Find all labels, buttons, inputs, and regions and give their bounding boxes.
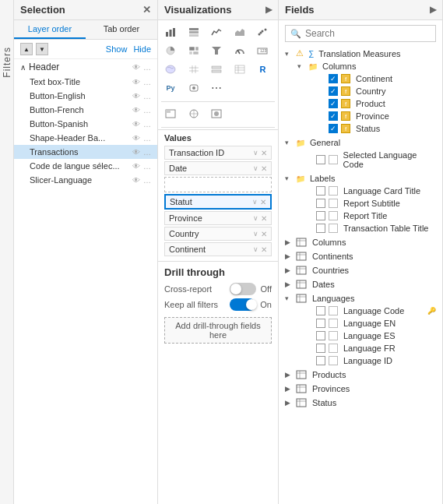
- group-header-continents[interactable]: ▶ Continents: [282, 250, 439, 263]
- field-continent[interactable]: ✓ f Continent: [310, 72, 439, 85]
- group-header-provinces[interactable]: ▶ Provinces: [282, 382, 439, 395]
- field-checkbox[interactable]: [316, 344, 325, 353]
- viz-format-icon-2[interactable]: [185, 105, 203, 122]
- viz-python-icon[interactable]: Py: [161, 79, 180, 97]
- viz-expand-icon[interactable]: ▶: [265, 5, 272, 15]
- sigma-icon: ∑: [308, 49, 314, 58]
- fields-expand-icon[interactable]: ▶: [430, 5, 436, 15]
- field-country[interactable]: ✓ f Country: [310, 85, 439, 97]
- field-checkbox[interactable]: [316, 356, 325, 365]
- field-province[interactable]: ✓ f Province: [310, 110, 439, 122]
- field-report-subtitle[interactable]: Report Subtitle: [297, 197, 439, 210]
- chip-x-icon[interactable]: ✕: [261, 245, 267, 254]
- layer-item-button-english[interactable]: Button-English 👁 …: [14, 89, 157, 103]
- viz-format-icon-1[interactable]: [161, 105, 180, 122]
- layer-item-button-french[interactable]: Button-French 👁 …: [14, 103, 157, 117]
- field-language-fr[interactable]: Language FR: [297, 342, 439, 354]
- group-header-columns-table[interactable]: ▶ Columns: [282, 236, 439, 248]
- field-language-id[interactable]: Language ID: [297, 354, 439, 367]
- field-chip-date[interactable]: Date ∨ ✕: [164, 161, 272, 175]
- group-header-products[interactable]: ▶ Products: [282, 368, 439, 381]
- chip-x-icon[interactable]: ✕: [261, 214, 267, 223]
- layer-item-code-langue[interactable]: Code de langue sélec... 👁 …: [14, 159, 157, 173]
- viz-slicer-icon[interactable]: [207, 61, 226, 78]
- viz-treemap-icon[interactable]: [185, 42, 203, 59]
- field-checkbox[interactable]: [316, 319, 325, 328]
- field-checkbox[interactable]: [316, 199, 325, 208]
- show-button[interactable]: Show: [106, 44, 128, 54]
- viz-funnel-icon[interactable]: [207, 42, 226, 59]
- chip-x-icon[interactable]: ✕: [261, 149, 267, 157]
- field-chip-province[interactable]: Province ∨ ✕: [164, 211, 272, 225]
- group-header-dates[interactable]: ▶ Dates: [282, 278, 439, 291]
- viz-scatter-icon[interactable]: [253, 23, 272, 41]
- search-input[interactable]: [305, 28, 431, 39]
- group-header-countries[interactable]: ▶ Countries: [282, 264, 439, 277]
- field-chip-transaction-id[interactable]: Transaction ID ∨ ✕: [164, 146, 272, 160]
- group-header-languages[interactable]: ▾ Languages: [282, 292, 439, 305]
- viz-card-icon[interactable]: 123: [253, 42, 272, 59]
- viz-area-chart-icon[interactable]: [230, 23, 249, 41]
- field-checkbox[interactable]: [316, 224, 325, 233]
- cross-report-toggle[interactable]: [230, 283, 256, 295]
- field-language-code[interactable]: Language Code 🔑: [297, 305, 439, 317]
- viz-matrix-icon[interactable]: [185, 61, 203, 78]
- field-language-en[interactable]: Language EN: [297, 317, 439, 330]
- field-chip-continent[interactable]: Continent ∨ ✕: [164, 242, 272, 256]
- viz-gauge-icon[interactable]: [230, 42, 249, 59]
- svg-rect-43: [297, 252, 306, 260]
- field-checkbox[interactable]: [316, 155, 325, 164]
- viz-pie-chart-icon[interactable]: [161, 42, 180, 59]
- viz-format-icon-3[interactable]: [207, 105, 226, 122]
- add-drill-button[interactable]: Add drill-through fields here: [164, 317, 272, 344]
- group-header-general[interactable]: ▾ 📁 General: [282, 136, 439, 149]
- layer-item-button-spanish[interactable]: Button-Spanish 👁 …: [14, 117, 157, 131]
- field-report-title[interactable]: Report Title: [297, 210, 439, 222]
- filters-tab[interactable]: Filters: [0, 0, 14, 504]
- viz-bar-chart-icon[interactable]: [161, 23, 180, 41]
- layer-item-transactions[interactable]: Transactions 👁 …: [14, 145, 157, 159]
- field-checkbox[interactable]: ✓: [329, 74, 338, 83]
- keep-filters-toggle[interactable]: [230, 298, 256, 311]
- field-checkbox[interactable]: ✓: [329, 99, 338, 108]
- field-checkbox[interactable]: [316, 331, 325, 340]
- group-header-translation-measures[interactable]: ▾ ⚠ ∑ Translation Measures: [282, 47, 439, 60]
- viz-table-icon[interactable]: [230, 61, 249, 78]
- viz-stacked-bar-icon[interactable]: [185, 23, 203, 41]
- field-selected-language-code[interactable]: Selected Language Code: [297, 149, 439, 171]
- field-chip-statut[interactable]: Statut ∨ ✕: [164, 194, 272, 210]
- field-checkbox[interactable]: ✓: [329, 124, 338, 133]
- move-up-button[interactable]: ▲: [20, 43, 33, 55]
- group-header-status-table[interactable]: ▶ Status: [282, 397, 439, 409]
- field-checkbox[interactable]: [316, 186, 325, 196]
- viz-ai-icon[interactable]: [185, 79, 203, 97]
- field-language-card-title[interactable]: Language Card Title: [297, 185, 439, 197]
- columns-folder-header[interactable]: ▾ 📁 Columns: [294, 60, 439, 72]
- move-down-button[interactable]: ▼: [36, 43, 48, 55]
- selection-close-icon[interactable]: ✕: [142, 4, 151, 16]
- hide-button[interactable]: Hide: [133, 44, 151, 54]
- viz-r-icon[interactable]: R: [253, 61, 272, 78]
- field-checkbox[interactable]: ✓: [329, 111, 338, 121]
- chip-x-icon[interactable]: ✕: [261, 230, 267, 238]
- viz-line-chart-icon[interactable]: [207, 23, 226, 41]
- field-product[interactable]: ✓ f Product: [310, 97, 439, 110]
- chip-x-icon[interactable]: ✕: [260, 198, 266, 206]
- chip-x-icon[interactable]: ✕: [261, 164, 267, 173]
- tab-tab-order[interactable]: Tab order: [86, 20, 157, 39]
- field-status[interactable]: ✓ f Status: [310, 122, 439, 135]
- field-checkbox[interactable]: [316, 211, 325, 220]
- field-chip-country[interactable]: Country ∨ ✕: [164, 227, 272, 241]
- viz-map-icon[interactable]: [161, 61, 180, 78]
- group-header-labels[interactable]: ▾ 📁 Labels: [282, 172, 439, 185]
- field-checkbox[interactable]: [316, 306, 325, 315]
- field-checkbox[interactable]: ✓: [329, 86, 338, 96]
- layer-item-slicer-language[interactable]: Slicer-Language 👁 …: [14, 173, 157, 187]
- layer-item-shape-header[interactable]: Shape-Header Ba... 👁 …: [14, 131, 157, 145]
- viz-more-icon[interactable]: ⋯: [207, 79, 226, 97]
- field-transaction-table-title[interactable]: Transaction Table Title: [297, 222, 439, 234]
- field-language-es[interactable]: Language ES: [297, 330, 439, 342]
- layer-group-header[interactable]: ∧ Header 👁 …: [14, 59, 157, 75]
- tab-layer-order[interactable]: Layer order: [14, 20, 86, 39]
- layer-item-textbox-title[interactable]: Text box-Title 👁 …: [14, 75, 157, 89]
